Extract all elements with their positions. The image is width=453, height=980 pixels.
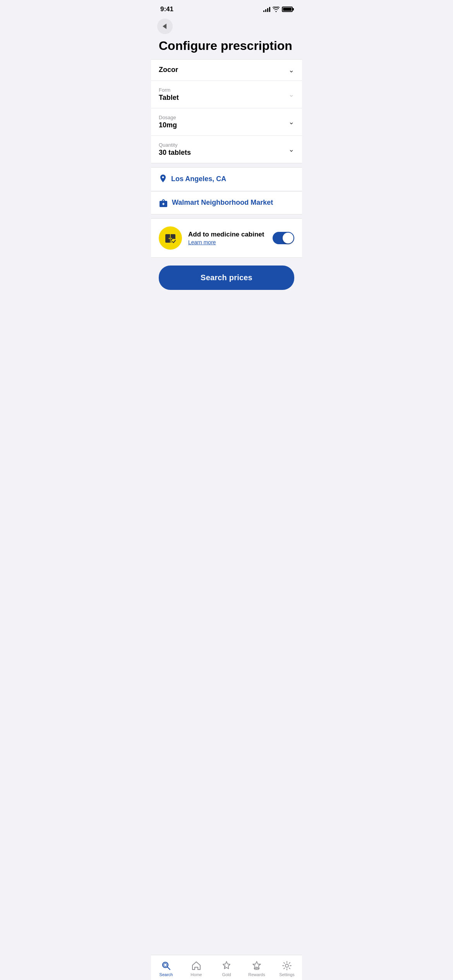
medicine-cabinet-text-area: Add to medicine cabinet Learn more	[188, 231, 266, 245]
medication-chevron-icon: ⌄	[288, 66, 294, 74]
medication-name: Zocor	[159, 66, 178, 74]
spacer-2	[151, 214, 302, 218]
dosage-field: Dosage 10mg	[159, 115, 177, 129]
toggle-knob	[283, 233, 293, 243]
back-button-area	[151, 15, 302, 36]
quantity-dropdown[interactable]: Quantity 30 tablets ⌄	[151, 136, 302, 163]
back-arrow-icon	[163, 24, 166, 29]
spacer-1	[151, 163, 302, 167]
location-text: Los Angeles, CA	[171, 175, 226, 183]
dosage-value: 10mg	[159, 121, 177, 129]
wifi-icon	[273, 7, 280, 12]
dosage-dropdown[interactable]: Dosage 10mg ⌄	[151, 108, 302, 136]
status-time: 9:41	[160, 5, 173, 13]
pharmacy-name: Walmart Neighborhood Market	[172, 199, 273, 207]
dosage-chevron-icon: ⌄	[288, 118, 294, 126]
search-button-area: Search prices	[151, 258, 302, 299]
quantity-field: Quantity 30 tablets	[159, 142, 191, 157]
form-field: Form Tablet	[159, 87, 179, 102]
signal-icon	[263, 7, 270, 12]
pharmacy-bag-icon	[159, 199, 168, 207]
svg-point-2	[169, 238, 170, 239]
medicine-cabinet-icon	[163, 231, 177, 245]
quantity-value: 30 tablets	[159, 149, 191, 157]
medicine-cabinet-icon-wrapper	[159, 226, 182, 250]
learn-more-link[interactable]: Learn more	[188, 239, 266, 245]
prescription-config-section: Zocor ⌄ Form Tablet ⌄ Dosage 10mg ⌄ Quan…	[151, 59, 302, 163]
form-value: Tablet	[159, 94, 179, 102]
form-chevron-icon: ⌄	[288, 90, 294, 99]
medicine-cabinet-title: Add to medicine cabinet	[188, 231, 266, 238]
status-icons	[263, 7, 293, 12]
location-row[interactable]: Los Angeles, CA	[151, 168, 302, 191]
medicine-cabinet-section: Add to medicine cabinet Learn more	[151, 218, 302, 258]
search-prices-button[interactable]: Search prices	[159, 266, 294, 290]
location-pin-icon	[159, 175, 167, 184]
form-dropdown[interactable]: Form Tablet ⌄	[151, 81, 302, 108]
quantity-chevron-icon: ⌄	[288, 145, 294, 154]
bottom-spacer	[151, 299, 302, 334]
location-pharmacy-section: Los Angeles, CA Walmart Neighborhood Mar…	[151, 167, 302, 214]
page-title: Configure prescription	[159, 39, 294, 53]
quantity-label: Quantity	[159, 142, 191, 148]
pharmacy-row[interactable]: Walmart Neighborhood Market	[151, 191, 302, 214]
back-button[interactable]	[157, 19, 173, 34]
status-bar: 9:41	[151, 0, 302, 15]
medicine-cabinet-toggle[interactable]	[273, 232, 294, 244]
battery-icon	[282, 7, 293, 12]
form-label: Form	[159, 87, 179, 93]
dosage-label: Dosage	[159, 115, 177, 120]
medication-dropdown[interactable]: Zocor ⌄	[151, 60, 302, 81]
svg-point-3	[171, 238, 172, 239]
page-title-area: Configure prescription	[151, 36, 302, 59]
main-content: Zocor ⌄ Form Tablet ⌄ Dosage 10mg ⌄ Quan…	[151, 59, 302, 334]
